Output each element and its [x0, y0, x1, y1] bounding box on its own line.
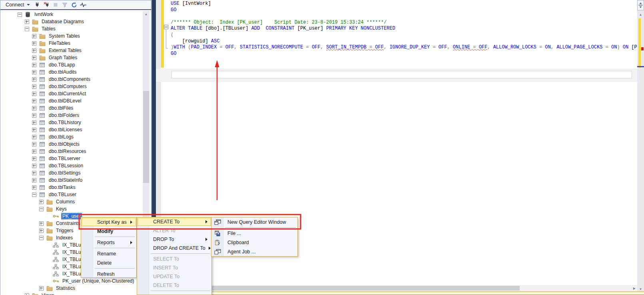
scroll-up-icon[interactable]: ▲ — [637, 11, 644, 18]
tree-item-ix-tblu[interactable]: IX_TBLu — [46, 249, 82, 256]
tree-item-system-tables[interactable]: System Tables — [32, 32, 81, 40]
scroll-right-icon[interactable]: ▶ — [633, 285, 636, 291]
expand-plus-icon[interactable] — [32, 113, 36, 118]
tree-item-ix-tblu[interactable]: IX_TBLu — [46, 263, 82, 270]
expand-plus-icon[interactable] — [32, 70, 36, 74]
expand-plus-icon[interactable] — [32, 48, 36, 53]
menu-item-file[interactable]: File ... — [211, 229, 297, 238]
expand-plus-icon[interactable] — [32, 34, 36, 38]
disconnect-plug-icon[interactable] — [42, 1, 51, 9]
expand-plus-icon[interactable] — [39, 286, 44, 291]
tree-item-dbo-tblhistory[interactable]: dbo.TBLhistory — [32, 119, 82, 126]
expand-plus-icon[interactable] — [32, 99, 36, 103]
tree-item-dbo-tblsettings[interactable]: dbo.tblSettings — [32, 169, 82, 177]
tree-item-dbo-tblserver[interactable]: dbo.TBLserver — [32, 155, 82, 162]
tree-item-dbo-tblfolders[interactable]: dbo.tblFolders — [32, 112, 80, 119]
tree-item-dbo-tblcomputers[interactable]: dbo.tblComputers — [32, 83, 88, 90]
editor-horizontal-scrollbar[interactable]: ▶ — [156, 285, 637, 291]
expand-plus-icon[interactable] — [32, 142, 36, 146]
tree-item-dbo-tbluser[interactable]: dbo.TBLuser — [32, 191, 78, 198]
expand-plus-icon[interactable] — [32, 178, 36, 183]
collapse-minus-icon[interactable] — [25, 27, 29, 31]
expand-plus-icon[interactable] — [32, 84, 36, 89]
tree-item-external-tables[interactable]: External Tables — [32, 47, 83, 54]
scrollbar-thumb[interactable] — [172, 286, 520, 291]
connect-button[interactable]: Connect — [4, 1, 32, 8]
tree-item-dbo-tbllicenses[interactable]: dbo.tblLicenses — [32, 126, 83, 133]
tree-item-constraints[interactable]: Constraints — [39, 220, 82, 227]
menu-item-agent-job[interactable]: Agent Job ... — [211, 247, 297, 256]
tree-item-ivntwork[interactable]: IvntWork — [18, 11, 54, 18]
tree-item-columns[interactable]: Columns — [39, 198, 76, 205]
collapse-minus-icon[interactable] — [39, 236, 44, 240]
menu-item-drop-and-create-to[interactable]: DROP And CREATE To — [137, 244, 211, 253]
tree-item-dbo-tblaudits[interactable]: dbo.tblAudits — [32, 68, 78, 76]
tree-item-keys[interactable]: Keys — [39, 205, 68, 213]
tree-item-dbo-tbllogs[interactable]: dbo.tblLogs — [32, 133, 75, 140]
tree-item-dbo-tblcomponents[interactable]: dbo.tblComponents — [32, 76, 92, 83]
tree-item-ix-tblu[interactable]: IX_TBLu — [46, 241, 82, 249]
menu-item-rename[interactable]: Rename — [81, 249, 136, 258]
expand-plus-icon[interactable] — [32, 41, 36, 46]
tree-item-statistics[interactable]: Statistics — [39, 285, 76, 292]
tree-item-pk-user-unique-non-clustered[interactable]: PK_user (Unique, Non-Clustered) — [46, 277, 135, 285]
expand-plus-icon[interactable] — [39, 221, 44, 226]
expand-plus-icon[interactable] — [32, 92, 36, 96]
expand-plus-icon[interactable] — [32, 77, 36, 82]
tree-item-dbo-tbldblevel[interactable]: dbo.tblDBLevel — [32, 97, 82, 104]
expand-plus-icon[interactable] — [32, 149, 36, 154]
collapse-minus-icon[interactable] — [18, 12, 22, 17]
menu-item-drop-to[interactable]: DROP To — [137, 235, 211, 244]
expand-plus-icon[interactable] — [25, 20, 29, 24]
scroll-up-icon[interactable]: ▲ — [143, 11, 150, 17]
tree-item-dbo-tblapp[interactable]: dbo.TBLapp — [32, 61, 76, 68]
menu-item-reports[interactable]: Reports — [81, 238, 136, 247]
tree-item-dbo-tbltasks[interactable]: dbo.tblTasks — [32, 184, 77, 191]
expand-plus-icon[interactable] — [32, 128, 36, 132]
code-fold-collapse-icon[interactable] — [164, 25, 168, 29]
menu-item-delete[interactable]: Delete — [81, 258, 136, 267]
menu-item-refresh[interactable]: Refresh — [81, 269, 136, 278]
tree-item-pk-user[interactable]: PK_user — [46, 213, 82, 220]
expand-plus-icon[interactable] — [32, 106, 36, 110]
expand-plus-icon[interactable] — [32, 135, 36, 139]
expand-plus-icon[interactable] — [32, 56, 36, 60]
activity-monitor-icon[interactable] — [79, 1, 88, 9]
tree-item-graph-tables[interactable]: Graph Tables — [32, 54, 78, 61]
refresh-icon[interactable] — [70, 1, 79, 9]
scrollbar-thumb[interactable] — [143, 91, 149, 183]
tree-item-indexes[interactable]: Indexes — [39, 234, 74, 241]
tree-item-database-diagrams[interactable]: Database Diagrams — [25, 18, 85, 25]
menu-item-new-query-editor-window[interactable]: New Query Editor Window — [211, 217, 297, 227]
expand-plus-icon[interactable] — [39, 229, 44, 233]
tree-item-ix-tblu[interactable]: IX_TBLu — [46, 270, 82, 277]
menu-item-create-to[interactable]: CREATE To — [137, 217, 211, 226]
expand-plus-icon[interactable] — [32, 164, 36, 168]
tree-item-dbo-tblresources[interactable]: dbo.tblResources — [32, 148, 87, 155]
expand-plus-icon[interactable] — [32, 171, 36, 175]
tree-item-dbo-tblobjects[interactable]: dbo.tblObjects — [32, 140, 81, 148]
editor-vertical-scrollbar[interactable]: ▲ ▼ — [637, 0, 644, 295]
sql-code-area[interactable]: USE [IvntWork]GO /****** Object: Index [… — [171, 1, 637, 68]
expand-plus-icon[interactable] — [25, 293, 29, 295]
tree-item-filetables[interactable]: FileTables — [32, 40, 72, 47]
tree-item-views[interactable]: Views — [25, 292, 56, 295]
menu-item-modify[interactable]: Modify — [81, 227, 136, 236]
expand-plus-icon[interactable] — [32, 157, 36, 161]
tree-item-dbo-tblcurrentact[interactable]: dbo.tblCurrentAct — [32, 90, 87, 97]
expand-plus-icon[interactable] — [32, 185, 36, 190]
tree-item-dbo-tblfiles[interactable]: dbo.tblFiles — [32, 104, 74, 112]
expand-plus-icon[interactable] — [39, 200, 44, 204]
tree-item-dbo-tblsession[interactable]: dbo.TBLsession — [32, 162, 84, 169]
tree-item-tables[interactable]: Tables — [25, 25, 57, 32]
connect-plug-icon[interactable] — [33, 1, 42, 9]
tree-item-dbo-tblstateinfo[interactable]: dbo.tblStateInfo — [32, 177, 84, 184]
tree-item-ix-tblu[interactable]: IX_TBLu — [46, 256, 82, 263]
menu-item-script-key-as[interactable]: Script Key as — [81, 217, 136, 227]
collapse-minus-icon[interactable] — [39, 207, 44, 211]
menu-item-clipboard[interactable]: Clipboard — [211, 238, 297, 247]
expand-plus-icon[interactable] — [32, 63, 36, 67]
tree-item-triggers[interactable]: Triggers — [39, 227, 75, 234]
collapse-minus-icon[interactable] — [32, 193, 36, 197]
split-grip[interactable] — [637, 0, 644, 10]
